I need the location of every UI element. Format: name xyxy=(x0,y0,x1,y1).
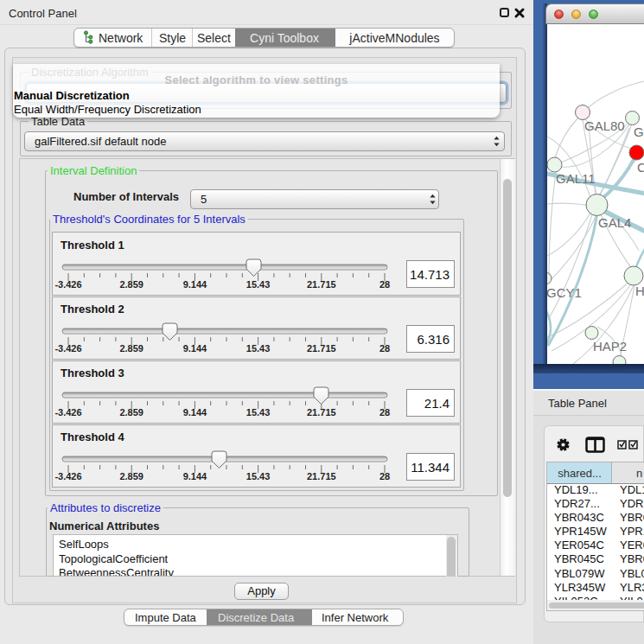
svg-text:9.144: 9.144 xyxy=(183,407,207,418)
svg-text:GAL11: GAL11 xyxy=(556,171,596,186)
svg-text:-3.426: -3.426 xyxy=(54,343,81,354)
svg-text:GAL4: GAL4 xyxy=(598,215,631,230)
svg-text:21.715: 21.715 xyxy=(307,343,336,354)
svg-text:-3.426: -3.426 xyxy=(54,407,81,418)
svg-text:GA: GA xyxy=(634,124,644,139)
svg-text:HAP2: HAP2 xyxy=(593,339,627,354)
svg-text:2.859: 2.859 xyxy=(119,279,143,290)
svg-text:2.859: 2.859 xyxy=(119,343,143,354)
svg-text:2.859: 2.859 xyxy=(119,471,143,481)
svg-text:15.43: 15.43 xyxy=(246,343,271,354)
svg-text:2.859: 2.859 xyxy=(119,407,143,418)
svg-text:C: C xyxy=(637,160,644,175)
svg-text:15.43: 15.43 xyxy=(246,407,271,418)
svg-text:H: H xyxy=(635,284,644,298)
svg-text:15.43: 15.43 xyxy=(246,279,271,290)
svg-text:28: 28 xyxy=(379,471,390,481)
svg-text:15.43: 15.43 xyxy=(246,471,271,481)
svg-text:9.144: 9.144 xyxy=(183,279,207,290)
svg-text:28: 28 xyxy=(379,279,390,290)
svg-text:21.715: 21.715 xyxy=(307,407,336,418)
svg-text:-3.426: -3.426 xyxy=(54,471,81,481)
svg-text:GCY1: GCY1 xyxy=(547,285,582,300)
svg-text:GAL80: GAL80 xyxy=(584,118,625,133)
svg-text:-3.426: -3.426 xyxy=(54,279,81,290)
svg-text:9.144: 9.144 xyxy=(183,343,207,354)
svg-text:21.715: 21.715 xyxy=(307,279,336,290)
svg-text:9.144: 9.144 xyxy=(183,471,207,481)
svg-text:28: 28 xyxy=(379,343,390,354)
svg-text:21.715: 21.715 xyxy=(307,471,336,481)
svg-text:28: 28 xyxy=(379,407,390,418)
